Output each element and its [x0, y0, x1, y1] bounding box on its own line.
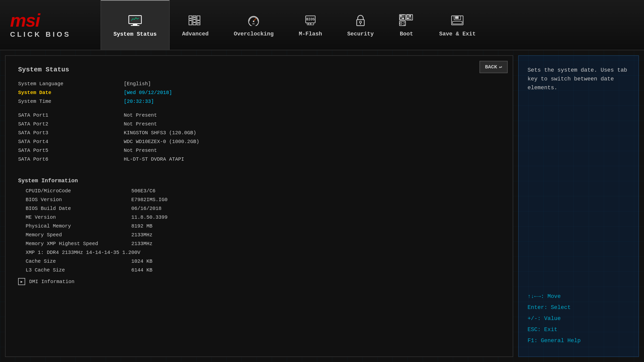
tab-m-flash-label: M-Flash — [299, 31, 322, 37]
cpuid-row: CPUID/MicroCode 506E3/C6 — [26, 188, 500, 194]
sata-port4-value: WDC WD10EZEX-0 (1000.2GB) — [124, 139, 199, 145]
sata-port5-row: SATA Port5 Not Present — [18, 148, 500, 153]
bios-version-value: E7982IMS.IG0 — [131, 197, 168, 203]
svg-rect-34 — [400, 18, 402, 19]
system-time-value[interactable]: [20:32:33] — [124, 99, 154, 104]
svg-rect-38 — [409, 15, 411, 17]
l3-cache-row: L3 Cache Size 6144 KB — [26, 267, 500, 273]
help-text: Sets the system date. Uses tab key to sw… — [528, 66, 630, 93]
back-button[interactable]: BACK ↩ — [479, 61, 508, 73]
sata-port5-value: Not Present — [124, 148, 157, 153]
tab-overclocking[interactable]: OC Overclocking — [221, 0, 286, 50]
memory-speed-value: 2133MHz — [131, 232, 152, 238]
flash-icon: BIOS — [303, 13, 318, 28]
svg-rect-25 — [308, 23, 309, 24]
speedometer-icon: OC — [246, 13, 261, 28]
me-version-label: ME Version — [26, 214, 131, 220]
svg-rect-33 — [402, 15, 404, 17]
tab-advanced[interactable]: Advanced — [170, 0, 221, 50]
hint-exit: ESC: Exit — [528, 324, 630, 335]
nav-tabs: System Status Advanced — [101, 0, 634, 50]
hint-help: F1: General Help — [528, 335, 630, 346]
sata-port4-row: SATA Port4 WDC WD10EZEX-0 (1000.2GB) — [18, 139, 500, 145]
physical-memory-value: 8192 MB — [131, 223, 152, 229]
tab-boot-label: Boot — [400, 31, 413, 37]
system-time-label: System Time — [18, 99, 124, 104]
svg-rect-18 — [197, 22, 199, 23]
dmi-label: DMI Information — [29, 279, 74, 285]
tab-save-exit-label: Save & Exit — [439, 31, 476, 37]
svg-rect-3 — [130, 17, 140, 22]
sata-port1-value: Not Present — [124, 112, 157, 118]
sata-port6-row: SATA Port6 HL-DT-ST DVDRA ATAPI — [18, 156, 500, 162]
cpuid-value: 506E3/C6 — [131, 188, 155, 194]
bios-version-label: BIOS Version — [26, 197, 131, 203]
svg-point-21 — [253, 21, 254, 22]
svg-rect-37 — [407, 15, 409, 17]
cache-size-value: 1024 KB — [131, 258, 152, 264]
security-icon — [353, 13, 368, 28]
tab-boot[interactable]: Boot — [386, 0, 427, 50]
system-date-value[interactable]: [Wed 09/12/2018] — [124, 90, 172, 96]
svg-rect-13 — [193, 17, 195, 18]
header: msi CLICK BIOS System Status — [0, 0, 644, 50]
l3-cache-value: 6144 KB — [131, 267, 152, 273]
svg-rect-35 — [402, 18, 404, 19]
right-panel: Sets the system date. Uses tab key to sw… — [518, 55, 639, 357]
sata-port2-row: SATA Port2 Not Present — [18, 121, 500, 127]
me-version-row: ME Version 11.8.50.3399 — [26, 214, 500, 220]
svg-rect-48 — [455, 16, 459, 19]
msi-logo: msi — [10, 11, 40, 29]
memory-speed-label: Memory Speed — [26, 232, 131, 238]
logo-area: msi CLICK BIOS — [10, 11, 86, 38]
main-content: BACK ↩ System Status System Language [En… — [0, 50, 644, 362]
sata-port2-label: SATA Port2 — [18, 121, 124, 127]
svg-rect-2 — [131, 25, 139, 26]
save-exit-icon — [450, 13, 465, 28]
svg-point-29 — [359, 21, 361, 23]
tab-system-status[interactable]: System Status — [101, 0, 170, 50]
sata-port3-value: KINGSTON SHFS3 (120.0GB) — [124, 130, 196, 136]
system-time-row[interactable]: System Time [20:32:33] — [18, 99, 500, 104]
system-date-row[interactable]: System Date [Wed 09/12/2018] — [18, 90, 500, 96]
physical-memory-row: Physical Memory 8192 MB — [26, 223, 500, 229]
svg-rect-15 — [193, 22, 195, 23]
sata-port3-label: SATA Port3 — [18, 130, 124, 136]
svg-rect-14 — [193, 19, 195, 20]
sata-port6-value: HL-DT-ST DVDRA ATAPI — [124, 156, 184, 162]
l3-cache-label: L3 Cache Size — [26, 267, 131, 273]
advanced-icon — [188, 13, 203, 28]
memory-xmp-row: Memory XMP Highest Speed 2133MHz — [26, 241, 500, 247]
svg-rect-17 — [197, 20, 199, 21]
sata-port5-label: SATA Port5 — [18, 148, 124, 153]
svg-rect-11 — [189, 20, 191, 21]
sata-port1-label: SATA Port1 — [18, 112, 124, 118]
dmi-information[interactable]: ▶ DMI Information — [18, 278, 500, 285]
system-info-content: CPUID/MicroCode 506E3/C6 BIOS Version E7… — [18, 188, 500, 273]
svg-rect-26 — [310, 23, 311, 24]
tab-save-exit[interactable]: Save & Exit — [427, 0, 488, 50]
tab-m-flash[interactable]: BIOS M-Flash — [286, 0, 335, 50]
bios-build-date-row: BIOS Build Date 06/16/2018 — [26, 206, 500, 211]
xmp1-label: XMP 1: DDR4 2133MHz 14-14-14-35 1.200V — [26, 250, 202, 255]
hint-value: +/-: Value — [528, 313, 630, 324]
system-info-title: System Information — [18, 178, 500, 184]
xmp1-row: XMP 1: DDR4 2133MHz 14-14-14-35 1.200V — [26, 250, 500, 255]
tab-security[interactable]: Security — [335, 0, 386, 50]
tab-system-status-label: System Status — [113, 31, 157, 37]
tab-security-label: Security — [347, 31, 374, 37]
svg-point-42 — [400, 22, 402, 24]
page-title: System Status — [18, 66, 500, 73]
sata-port6-label: SATA Port6 — [18, 156, 124, 162]
bios-build-date-label: BIOS Build Date — [26, 206, 131, 211]
system-language-row: System Language [English] — [18, 81, 500, 87]
me-version-value: 11.8.50.3399 — [131, 214, 168, 220]
svg-rect-32 — [400, 15, 402, 17]
sata-port3-row: SATA Port3 KINGSTON SHFS3 (120.0GB) — [18, 130, 500, 136]
svg-rect-10 — [189, 18, 191, 19]
boot-icon — [399, 13, 414, 28]
svg-rect-28 — [357, 20, 364, 26]
svg-rect-40 — [409, 18, 411, 19]
sata-port4-label: SATA Port4 — [18, 139, 124, 145]
monitor-icon — [128, 13, 143, 28]
